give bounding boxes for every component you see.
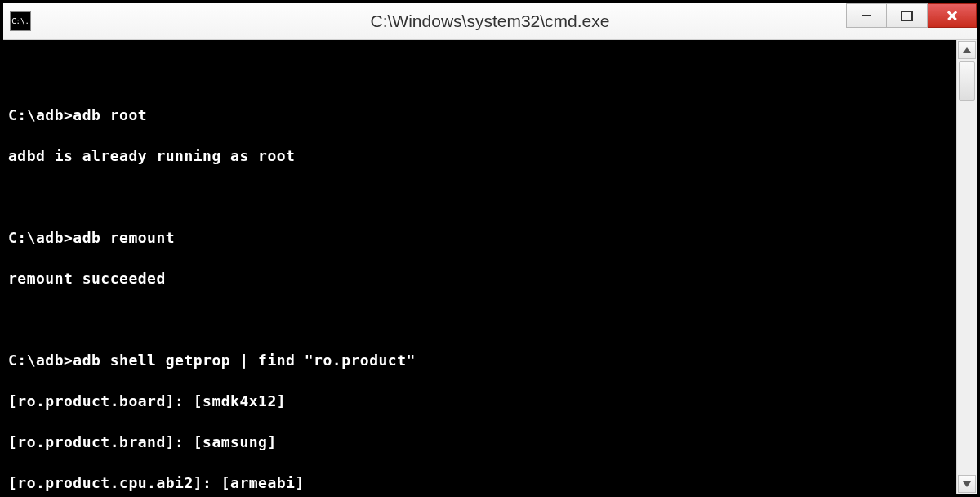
line: C:\adb>adb root [8, 105, 951, 125]
minimize-icon [862, 15, 871, 16]
line [8, 186, 951, 207]
terminal-output[interactable]: C:\adb>adb root adbd is already running … [3, 40, 956, 494]
window-title: C:\Windows\system32\cmd.exe [3, 11, 977, 31]
line [8, 309, 951, 329]
close-button[interactable] [928, 3, 977, 28]
prompt: C:\adb> [8, 229, 73, 246]
line: [ro.product.board]: [smdk4x12] [8, 391, 951, 411]
chevron-down-icon [963, 481, 971, 487]
scroll-up-button[interactable] [958, 41, 976, 59]
scroll-down-button[interactable] [958, 475, 976, 493]
line: [ro.product.cpu.abi2]: [armeabi] [8, 472, 951, 493]
window-frame: C:\. C:\Windows\system32\cmd.exe C:\adb>… [0, 0, 980, 497]
line: [ro.product.brand]: [samsung] [8, 432, 951, 452]
chevron-up-icon [963, 47, 971, 53]
title-bar[interactable]: C:\. C:\Windows\system32\cmd.exe [3, 3, 977, 40]
prompt: C:\adb> [8, 106, 73, 123]
cmd: adb root [73, 106, 147, 123]
line [8, 64, 951, 84]
cmd: adb remount [73, 229, 175, 246]
close-icon [943, 7, 961, 25]
vertical-scrollbar[interactable] [956, 40, 977, 494]
prompt: C:\adb> [8, 351, 73, 369]
maximize-icon [901, 11, 913, 21]
client-area: C:\adb>adb root adbd is already running … [3, 40, 977, 494]
app-icon: C:\. [10, 11, 31, 31]
maximize-button[interactable] [887, 3, 928, 28]
cmd: adb shell getprop | find "ro.product" [73, 351, 415, 369]
minimize-button[interactable] [846, 3, 887, 28]
scroll-thumb[interactable] [959, 61, 975, 101]
line: adbd is already running as root [8, 146, 951, 166]
scroll-track[interactable] [957, 60, 977, 474]
app-icon-label: C:\. [11, 17, 29, 25]
window-controls [846, 3, 977, 39]
line: remount succeeded [8, 268, 951, 289]
line: C:\adb>adb remount [8, 227, 951, 248]
line: C:\adb>adb shell getprop | find "ro.prod… [8, 350, 951, 370]
